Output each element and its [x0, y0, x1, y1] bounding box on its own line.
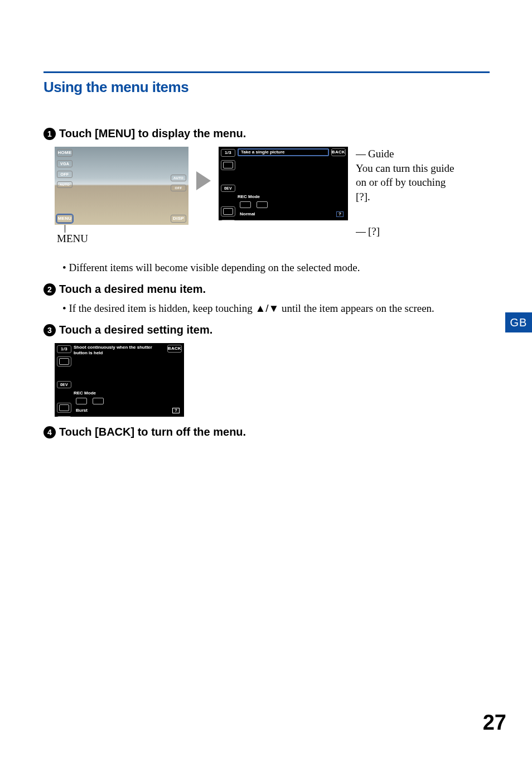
menu-tip: Take a single picture	[238, 148, 329, 156]
guide-title: Guide	[368, 148, 394, 160]
camera-shooting-screen: HOME VGA OFF AUTO AUTO OFF MENU DISP	[55, 147, 188, 225]
step-1-heading: 1 Touch [MENU] to display the menu.	[43, 127, 490, 140]
ev-button-c[interactable]: 0EV	[57, 381, 71, 388]
leader-line	[356, 155, 366, 155]
step-4-heading: 4 Touch [BACK] to turn off the menu.	[43, 426, 490, 438]
step-number-4: 4	[43, 426, 56, 438]
camera-menu-screen: 1/3 0EV ▼ Take a single picture BACK REC…	[219, 147, 348, 220]
menu-button[interactable]: MENU	[57, 215, 72, 223]
flash-auto[interactable]: AUTO	[171, 175, 186, 181]
sidebar-auto[interactable]: AUTO	[57, 181, 72, 188]
rec-mode-options	[238, 200, 346, 209]
rec-mode-options-c	[74, 397, 182, 406]
home-button[interactable]: HOME	[57, 149, 72, 157]
option-single[interactable]	[240, 201, 251, 208]
rec-mode-label-c: REC Mode	[74, 391, 96, 396]
arrow-icon	[196, 171, 211, 190]
step-3-heading: 3 Touch a desired setting item.	[43, 324, 490, 336]
option-burst[interactable]	[257, 201, 268, 208]
step-3-title: Touch a desired setting item.	[59, 324, 212, 336]
option-burst-c[interactable]	[93, 398, 104, 404]
guide-body: You can turn this guide on or off by tou…	[356, 161, 456, 204]
ev-button[interactable]: 0EV	[221, 185, 235, 192]
back-button[interactable]: BACK	[331, 148, 346, 156]
down-arrow[interactable]: ▼	[221, 220, 235, 220]
step-number-3: 3	[43, 324, 56, 336]
macro-off[interactable]: OFF	[171, 185, 186, 191]
step-1-title: Touch [MENU] to display the menu.	[59, 127, 246, 140]
camera-setting-screen: 1/3 0EV ▼ Shoot continuously when the sh…	[55, 343, 184, 417]
page-indicator[interactable]: 1/3	[221, 149, 235, 157]
note-1: Different items will become visible depe…	[62, 262, 490, 274]
mode-icon-2[interactable]	[221, 206, 235, 216]
down-arrow-c[interactable]: ▼	[57, 416, 71, 417]
rec-mode-label: REC Mode	[238, 195, 260, 199]
option-single-c[interactable]	[76, 398, 87, 404]
back-button-c[interactable]: BACK	[167, 345, 182, 353]
step-2-title: Touch a desired menu item.	[59, 283, 206, 296]
step-2-heading: 2 Touch a desired menu item.	[43, 283, 490, 296]
status-text-c: Burst	[76, 408, 88, 413]
mode-icon-c1[interactable]	[57, 356, 71, 367]
vga-indicator[interactable]: VGA	[57, 160, 72, 167]
step-number-2: 2	[43, 283, 56, 296]
guide-q: [?]	[368, 225, 380, 237]
menu-caption: MENU	[57, 233, 188, 245]
page-indicator-c[interactable]: 1/3	[57, 345, 71, 353]
step-4-title: Touch [BACK] to turn off the menu.	[59, 426, 246, 438]
mode-icon-c2[interactable]	[57, 403, 71, 413]
status-text: Normal	[240, 212, 255, 216]
language-tab: GB	[505, 312, 532, 332]
heading-rule	[43, 71, 490, 73]
leader-line-2	[356, 232, 366, 233]
step-number-1: 1	[43, 128, 56, 140]
page-title: Using the menu items	[43, 79, 490, 96]
mode-icon-1[interactable]	[221, 160, 235, 170]
disp-button[interactable]: DISP	[171, 215, 186, 223]
page-number: 27	[483, 711, 506, 735]
help-button[interactable]: ?	[336, 211, 344, 217]
help-button-c[interactable]: ?	[172, 408, 180, 413]
note-2: If the desired item is hidden, keep touc…	[62, 302, 490, 315]
menu-tip-c: Shoot continuously when the shutter butt…	[74, 345, 165, 355]
sidebar-off-1[interactable]: OFF	[57, 171, 72, 178]
